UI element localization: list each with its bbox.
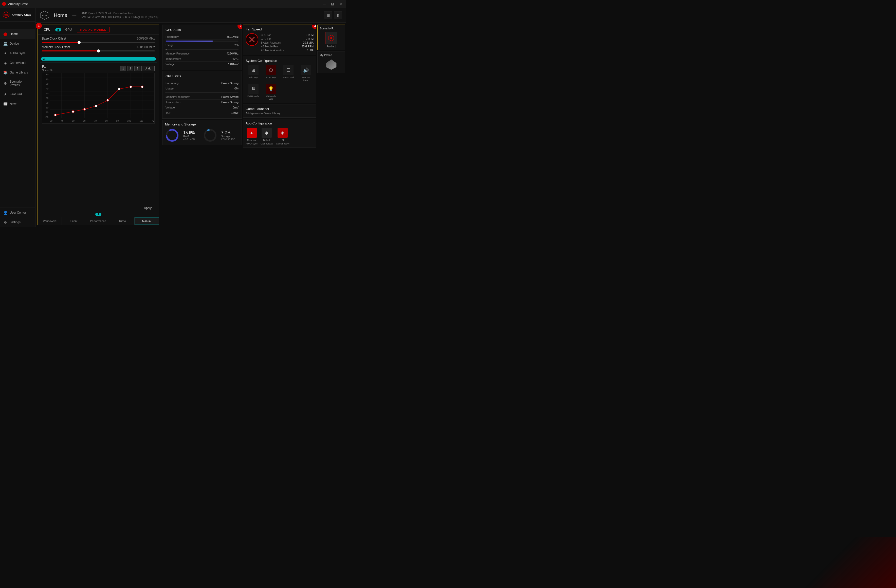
sys-config-boot-sound[interactable]: 🔊 Boot Up Sound: [298, 65, 314, 82]
svg-text:ROG: ROG: [3, 14, 9, 16]
rog-xg-mobile-btn[interactable]: ROG XG MOBILE: [77, 27, 110, 32]
sidebar-item-scenario-profiles[interactable]: ⚙ Scenario Profiles: [0, 77, 35, 90]
gpu-stats-title: GPU Stats: [166, 74, 181, 78]
gpu-temp-label: Temperature: [166, 101, 181, 104]
cpu-fan-row: CPU Fan 0 RPM: [261, 33, 314, 37]
storage-donut: [203, 128, 217, 142]
cpu-tab[interactable]: CPU: [41, 27, 53, 32]
fan-btn-3[interactable]: 3: [134, 66, 140, 71]
sidebar-item-home[interactable]: ⬤ Home: [0, 29, 35, 39]
cpu-freq-value: 3601MHz: [227, 35, 239, 38]
title-bar: Armoury Crate ─ ⊡ ✕: [0, 0, 346, 8]
cpu-voltage-value: 1481mV: [228, 62, 239, 66]
storage-label: Storage: [221, 135, 235, 138]
fan-icon-circle: [245, 33, 258, 46]
sidebar-item-news[interactable]: 📰 News: [0, 99, 35, 109]
cpu-fan-label: CPU Fan: [261, 34, 271, 37]
gpu-stats-header: GPU Stats: [166, 74, 239, 78]
main-content: 1 CPU B GPU ROG XG MOBILE Base Clock Off…: [35, 23, 346, 227]
rog-key-icon: ⬡: [266, 65, 276, 75]
svg-point-21: [54, 114, 56, 116]
fan-btn-2[interactable]: 2: [127, 66, 133, 71]
gpu-tab[interactable]: GPU: [62, 27, 75, 32]
gpu-mem-freq-label: Memory Frequency: [166, 95, 190, 98]
sys-config-win-key[interactable]: ⊞ Win Key: [245, 65, 261, 82]
minimize-button[interactable]: ─: [321, 2, 328, 7]
cpu-freq-label: Frequency: [166, 35, 179, 38]
maximize-button[interactable]: ⊡: [329, 2, 336, 7]
sys-config-touch-pad[interactable]: ☐ Touch Pad: [280, 65, 296, 82]
sidebar-item-gamevisual[interactable]: ◈ GameVisual: [0, 58, 35, 68]
gpu-fan-value: 0 RPM: [306, 38, 314, 40]
fan-buttons: 1 2 3 Undo: [120, 66, 155, 71]
tablet-icon-btn[interactable]: ▯: [334, 11, 342, 19]
app-config-card: App Configuration ▲ Rainbow AURA Sync ◆ …: [243, 119, 316, 148]
sys-config-xg-led[interactable]: 💡 XG Mobile LED: [263, 84, 279, 101]
fan-speed-title: Fan Speed: [245, 27, 314, 31]
base-clock-fill: [42, 42, 79, 43]
undo-button[interactable]: Undo: [142, 66, 155, 71]
sys-config-rog-key[interactable]: ⬡ ROG Key: [263, 65, 279, 82]
svg-point-24: [95, 105, 98, 107]
apply-button[interactable]: Apply: [139, 205, 157, 211]
cpu-voltage-label: Voltage: [166, 62, 175, 66]
sidebar-item-device[interactable]: 💻 Device: [0, 39, 35, 49]
svg-point-31: [204, 130, 216, 141]
gpu-freq-row: Frequency Power Saving: [166, 81, 239, 86]
home-icon: ⬤: [3, 32, 8, 36]
tab-windows[interactable]: Windows®: [38, 217, 62, 225]
my-profile-title: My Profile: [320, 53, 343, 56]
scenario-panel: Scenario P... Profile 1: [317, 24, 345, 50]
mem-clock-slider[interactable]: [42, 50, 155, 52]
fan-speed-content: CPU Fan 0 RPM GPU Fan 0 RPM System Acous…: [245, 33, 314, 52]
game-launcher-title: Game Launcher: [245, 107, 314, 111]
app-config-aura-sync[interactable]: ▲ Rainbow AURA Sync: [245, 128, 258, 145]
xg-fan-row: XG Mobile Fan 3599 RPM: [261, 44, 314, 49]
mem-clock-label: Memory Clock Offset: [42, 46, 70, 49]
sidebar-item-aura-sync[interactable]: ✦ AURA Sync: [0, 49, 35, 58]
sidebar-label-scenario: Scenario Profiles: [10, 80, 32, 87]
base-clock-thumb[interactable]: [78, 41, 81, 44]
sidebar-item-game-library[interactable]: 📚 Game Library: [0, 68, 35, 77]
base-clock-slider[interactable]: [42, 42, 155, 43]
sidebar-item-user-center[interactable]: 👤 User Center: [0, 208, 35, 218]
cpu-temp-label: Temperature: [166, 57, 181, 60]
sys-config-igpu[interactable]: 🖥 iGPU mode: [245, 84, 261, 101]
scenario-profile-icon[interactable]: [325, 32, 337, 44]
ram-info: 15.6% RAM 4.9/31.4GB: [183, 131, 195, 140]
cpu-mem-freq-value: 4266MHz: [227, 52, 239, 55]
b-badge: B: [55, 28, 61, 31]
tab-silent[interactable]: Silent: [62, 217, 86, 225]
sidebar-item-settings[interactable]: ⚙ Settings: [0, 218, 35, 227]
sidebar-app-title: Armoury Crate: [12, 13, 31, 16]
chart-y-labels: 100 90 80 70 60 50 40 30 20 10: [42, 73, 49, 118]
profile-gem-icon: [325, 59, 337, 71]
tab-performance[interactable]: Performance: [86, 217, 110, 225]
scenario-panel-title: Scenario P...: [320, 27, 343, 30]
tab-manual[interactable]: Manual: [135, 217, 159, 225]
tab-turbo[interactable]: Turbo: [110, 217, 134, 225]
mem-clock-thumb[interactable]: [97, 49, 100, 52]
sidebar: ROG Armoury Crate ☰ ⬤ Home 💻 Device ✦ AU…: [0, 8, 35, 227]
app-config-gamefirst[interactable]: ◈ AI GameFirst VI: [276, 128, 290, 145]
aura-sync-sublabel: Rainbow: [247, 139, 256, 142]
content-area: ROG Home — AMD Ryzen 9 5980HS with Radeo…: [35, 8, 346, 227]
storage-detail: 67.3/935.4GB: [221, 138, 235, 140]
fan-btn-1[interactable]: 1: [120, 66, 126, 71]
app-config-gamevisual[interactable]: ◆ Default GameVisual: [261, 128, 273, 145]
xg-fan-label: XG Mobile Fan: [261, 45, 278, 48]
mem-clock-fill: [42, 50, 98, 52]
sys-acoustics-row: System Acoustics 20.5 dBA: [261, 41, 314, 44]
cpu-fan-value: 0 RPM: [306, 34, 314, 37]
close-button[interactable]: ✕: [337, 2, 344, 7]
system-info: AMD Ryzen 9 5980HS with Radeon Graphics …: [81, 11, 158, 19]
cpu-stats-card: 2 CPU Stats Frequency 3601MHz Usage: [162, 24, 242, 70]
sidebar-item-featured[interactable]: ★ Featured: [0, 90, 35, 99]
gpu-fan-row: GPU Fan 0 RPM: [261, 37, 314, 41]
monitor-icon-btn[interactable]: ▦: [324, 11, 332, 19]
my-profile-panel: My Profile: [317, 51, 345, 73]
gamevisual-icon: ◈: [3, 61, 8, 65]
hamburger-menu[interactable]: ☰: [0, 21, 35, 29]
sidebar-label-gamevisual: GameVisual: [10, 61, 26, 65]
gamefirst-sublabel: AI: [282, 139, 284, 142]
